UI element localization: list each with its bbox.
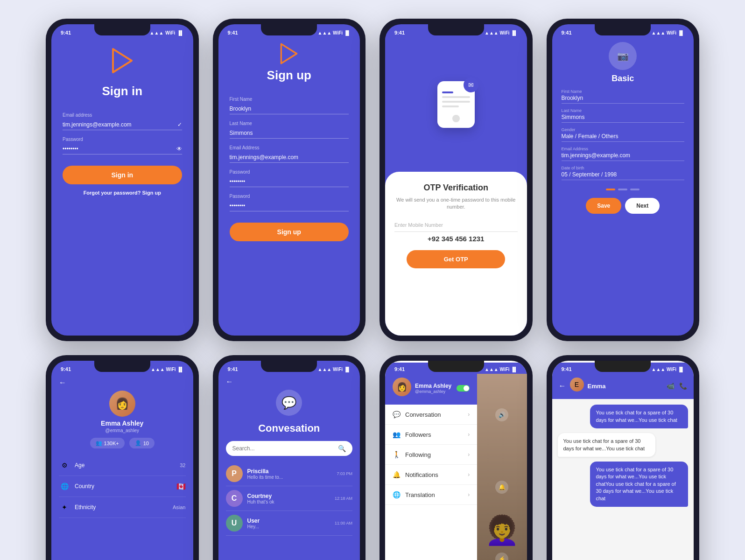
age-item: ⚙ Age 32 xyxy=(59,455,186,476)
time-2: 9:41 xyxy=(228,30,238,35)
notch-4 xyxy=(595,24,651,35)
email-label: Email address xyxy=(63,112,182,118)
bell-icon[interactable]: 🔔 xyxy=(495,481,508,494)
chat-avatar-0: P xyxy=(226,465,243,482)
followers-label: Followers xyxy=(405,431,468,438)
basic-lastname: Last Name Simmons xyxy=(562,108,685,123)
ethnicity-item: ✦ Ethnicity Asian xyxy=(59,497,186,518)
back-button[interactable]: ← xyxy=(59,378,66,387)
signup-link[interactable]: Sign up xyxy=(142,190,161,196)
back-btn-convo[interactable]: ← xyxy=(226,378,233,386)
notch-7 xyxy=(428,361,484,372)
signin-button[interactable]: Sign in xyxy=(63,166,182,184)
lastname-group: Last Name Simmons xyxy=(230,121,349,139)
signup-button[interactable]: Sign up xyxy=(230,223,349,241)
chat-contact-avatar: E xyxy=(570,378,584,392)
password-input[interactable]: •••••••• 👁 xyxy=(63,144,182,154)
otp-desc: We will send you a one-time password to … xyxy=(394,196,518,211)
profile-avatar: 👩 xyxy=(109,391,135,417)
search-input[interactable] xyxy=(232,445,335,452)
country-label: Country xyxy=(75,483,172,490)
phone-profile: 9:41 ▲▲▲ WiFi ▐▌ ← 👩 Emma Ashley @emma_a… xyxy=(46,355,199,560)
convo-title: Convesation xyxy=(226,422,353,434)
translation-label: Translation xyxy=(405,491,468,498)
chat-info-0: Priscilla Hello its time to... xyxy=(247,468,332,480)
following-badge: 👤 10 xyxy=(129,438,155,448)
otp-screen: ✉ OTP Verification We will send you a o xyxy=(385,37,527,336)
search-bar: 🔍 xyxy=(226,441,353,456)
chat-screen: ← E Emma 📹 📞 You use tick chat for a spa… xyxy=(552,374,694,560)
password-group: Password •••••••• 👁 xyxy=(63,137,182,154)
chevron-conversation: › xyxy=(468,411,470,418)
lastname-input[interactable]: Simmons xyxy=(230,128,349,139)
get-otp-button[interactable]: Get OTP xyxy=(407,250,505,268)
otp-circle xyxy=(452,115,460,122)
notch xyxy=(94,24,150,35)
play-icon xyxy=(108,47,136,75)
menu-item-followers[interactable]: 👥 Followers › xyxy=(385,425,477,445)
chat-item-1[interactable]: C Courtney Huh that's ok 12:18 AM xyxy=(226,486,353,511)
age-label: Age xyxy=(75,462,175,469)
phone-number: +92 345 456 1231 xyxy=(428,235,484,243)
ethnicity-label: Ethnicity xyxy=(75,504,168,511)
save-next-row: Save Next xyxy=(586,198,660,214)
chat-time-1: 12:18 AM xyxy=(335,496,352,501)
password2-label: Password xyxy=(230,194,349,199)
email-label-2: Email Address xyxy=(230,145,349,150)
chat-name-0: Priscilla xyxy=(247,468,332,475)
email-input[interactable]: tim.jennings@example.com ✓ xyxy=(63,119,182,130)
basic-firstname: First Name Brooklyn xyxy=(562,89,685,104)
social-name: Emma Ashley xyxy=(415,383,451,389)
chat-info-2: User Hey... xyxy=(247,518,330,529)
lastname-label: Last Name xyxy=(230,121,349,126)
toggle-switch[interactable] xyxy=(457,385,470,392)
password-label: Password xyxy=(63,137,182,142)
notifications-icon: 🔔 xyxy=(393,471,401,478)
notifications-label: Notifications xyxy=(405,471,468,478)
menu-item-following[interactable]: 🚶 Following › xyxy=(385,445,477,465)
wifi-icon: WiFi xyxy=(165,30,175,35)
password-input-2[interactable]: •••••••• xyxy=(230,176,349,187)
bolt-icon[interactable]: ⚡ xyxy=(495,553,508,560)
chevron-following: › xyxy=(468,451,470,458)
basic-screen: 📷 Basic First Name Brooklyn Last Name Si… xyxy=(552,37,694,336)
notch-8 xyxy=(595,361,651,372)
battery-icon: ▐▌ xyxy=(177,30,183,35)
chat-action-icons: 📹 📞 xyxy=(667,382,687,390)
mobile-input[interactable]: Enter Mobile Number xyxy=(394,218,518,232)
password2-input[interactable]: •••••••• xyxy=(230,201,349,211)
password-label-2: Password xyxy=(230,169,349,175)
next-button[interactable]: Next xyxy=(625,198,660,214)
country-flag: 🇨🇦 xyxy=(176,482,186,491)
chat-contact-name: Emma xyxy=(588,383,663,390)
email-input-2[interactable]: tim.jennings@example.com xyxy=(230,152,349,163)
menu-item-translation[interactable]: 🌐 Translation › xyxy=(385,485,477,505)
avatar-upload[interactable]: 📷 xyxy=(609,42,637,70)
translation-icon: 🌐 xyxy=(393,491,401,498)
chat-name-2: User xyxy=(247,518,330,524)
chat-item-2[interactable]: U User Hey... 11:00 AM xyxy=(226,511,353,536)
social-menu: 💬 Conversation › 👥 Followers › 🚶 xyxy=(385,405,477,560)
back-btn-chat[interactable]: ← xyxy=(559,382,566,390)
volume-icon[interactable]: 🔊 xyxy=(495,408,508,421)
chevron-translation: › xyxy=(468,491,470,498)
svg-marker-1 xyxy=(281,44,297,63)
status-icons-1: ▲▲▲ WiFi ▐▌ xyxy=(150,30,184,35)
profile-name: Emma Ashley xyxy=(101,420,143,427)
profile-screen: ← 👩 Emma Ashley @emma_ashley 👥 130K+ 👤 1… xyxy=(51,374,193,560)
chat-preview-2: Hey... xyxy=(247,524,330,529)
phone-call-icon[interactable]: 📞 xyxy=(679,382,687,390)
phone-basic: 9:41 ▲▲▲ WiFi ▐▌ 📷 Basic First Name Broo… xyxy=(547,19,700,341)
chat-header: ← E Emma 📹 📞 xyxy=(552,374,694,399)
time-1: 9:41 xyxy=(61,30,71,35)
notch-3 xyxy=(428,24,484,35)
email-group: Email address tim.jennings@example.com ✓ xyxy=(63,112,182,130)
save-button[interactable]: Save xyxy=(586,198,621,214)
chat-item-0[interactable]: P Priscilla Hello its time to... 7:03 PM xyxy=(226,462,353,486)
video-call-icon[interactable]: 📹 xyxy=(667,382,675,390)
menu-item-conversation[interactable]: 💬 Conversation › xyxy=(385,405,477,425)
dot-2 xyxy=(618,189,627,190)
phone-otp: 9:41 ▲▲▲ WiFi ▐▌ ✉ xyxy=(380,19,533,341)
menu-item-notifications[interactable]: 🔔 Notifications › xyxy=(385,465,477,485)
firstname-input[interactable]: Brooklyn xyxy=(230,104,349,114)
